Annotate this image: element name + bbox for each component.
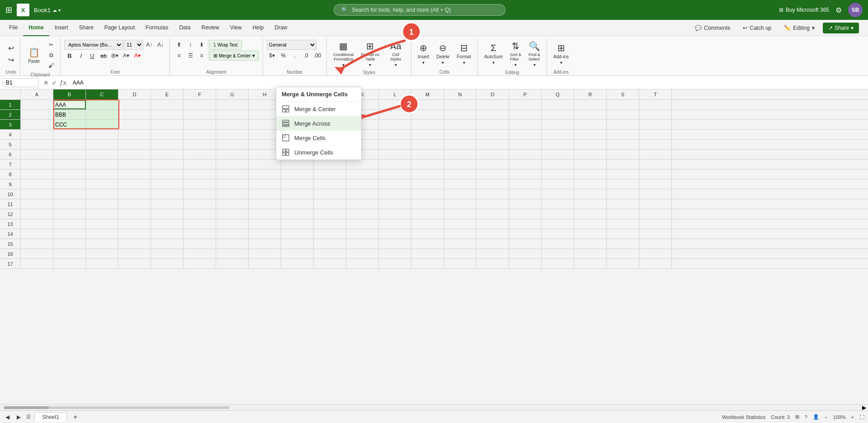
cell-m8[interactable] bbox=[411, 169, 444, 179]
cell-e12[interactable] bbox=[151, 209, 184, 219]
cell-a9[interactable] bbox=[21, 179, 53, 189]
cell-d7[interactable] bbox=[118, 160, 151, 169]
cell-t4[interactable] bbox=[639, 130, 672, 139]
increase-font-button[interactable]: A↑ bbox=[144, 40, 155, 50]
insert-cells-button[interactable]: ⊕ Insert ▾ bbox=[415, 42, 432, 66]
cell-b12[interactable] bbox=[53, 209, 86, 219]
cell-e8[interactable] bbox=[151, 169, 184, 179]
cell-s7[interactable] bbox=[607, 160, 639, 169]
borders-button[interactable]: ⊞▾ bbox=[109, 51, 120, 61]
cell-d11[interactable] bbox=[118, 199, 151, 209]
cell-t12[interactable] bbox=[639, 209, 672, 219]
cell-g16[interactable] bbox=[216, 249, 249, 258]
cell-j13[interactable] bbox=[314, 219, 346, 229]
cell-c17[interactable] bbox=[86, 259, 118, 268]
cell-f9[interactable] bbox=[184, 179, 216, 189]
cell-n1[interactable] bbox=[444, 100, 476, 109]
cell-o5[interactable] bbox=[476, 140, 509, 149]
scroll-track[interactable] bbox=[4, 406, 230, 409]
tab-insert[interactable]: Insert bbox=[49, 20, 74, 36]
cell-r16[interactable] bbox=[574, 249, 607, 258]
cell-q6[interactable] bbox=[542, 150, 574, 159]
cut-button[interactable]: ✂ bbox=[46, 40, 57, 50]
cell-o6[interactable] bbox=[476, 150, 509, 159]
cell-a14[interactable] bbox=[21, 229, 53, 239]
cell-r5[interactable] bbox=[574, 140, 607, 149]
cell-m13[interactable] bbox=[411, 219, 444, 229]
cell-f17[interactable] bbox=[184, 259, 216, 268]
cell-s11[interactable] bbox=[607, 199, 639, 209]
cell-t9[interactable] bbox=[639, 179, 672, 189]
decrease-decimal-button[interactable]: .00 bbox=[312, 51, 323, 61]
cell-h12[interactable] bbox=[249, 209, 281, 219]
cell-e4[interactable] bbox=[151, 130, 184, 139]
row-header-9[interactable]: 9 bbox=[0, 179, 21, 189]
cell-p9[interactable] bbox=[509, 179, 542, 189]
cell-q1[interactable] bbox=[542, 100, 574, 109]
cell-p4[interactable] bbox=[509, 130, 542, 139]
cell-q14[interactable] bbox=[542, 229, 574, 239]
cell-g7[interactable] bbox=[216, 160, 249, 169]
cell-d17[interactable] bbox=[118, 259, 151, 268]
cell-g15[interactable] bbox=[216, 239, 249, 249]
cell-o14[interactable] bbox=[476, 229, 509, 239]
cell-k16[interactable] bbox=[346, 249, 379, 258]
add-sheet-button[interactable]: + bbox=[71, 413, 80, 421]
cell-e1[interactable] bbox=[151, 100, 184, 109]
cell-d9[interactable] bbox=[118, 179, 151, 189]
row-header-11[interactable]: 11 bbox=[0, 199, 21, 209]
cell-q11[interactable] bbox=[542, 199, 574, 209]
cell-f6[interactable] bbox=[184, 150, 216, 159]
cell-t13[interactable] bbox=[639, 219, 672, 229]
cell-n13[interactable] bbox=[444, 219, 476, 229]
row-header-3[interactable]: 3 bbox=[0, 120, 21, 129]
cell-j15[interactable] bbox=[314, 239, 346, 249]
cell-f3[interactable] bbox=[184, 120, 216, 129]
cell-l12[interactable] bbox=[379, 209, 411, 219]
catch-up-button[interactable]: ↩ Catch up bbox=[738, 23, 776, 33]
font-name-select[interactable]: Aptos Narrow (Bo... bbox=[64, 40, 123, 50]
cell-f7[interactable] bbox=[184, 160, 216, 169]
cell-t7[interactable] bbox=[639, 160, 672, 169]
cell-j8[interactable] bbox=[314, 169, 346, 179]
cell-t10[interactable] bbox=[639, 189, 672, 199]
cell-b10[interactable] bbox=[53, 189, 86, 199]
cell-s9[interactable] bbox=[607, 179, 639, 189]
cell-p6[interactable] bbox=[509, 150, 542, 159]
cell-j12[interactable] bbox=[314, 209, 346, 219]
cell-b9[interactable] bbox=[53, 179, 86, 189]
cell-k17[interactable] bbox=[346, 259, 379, 268]
cell-s10[interactable] bbox=[607, 189, 639, 199]
cell-q7[interactable] bbox=[542, 160, 574, 169]
cell-e2[interactable] bbox=[151, 110, 184, 119]
row-header-15[interactable]: 15 bbox=[0, 239, 21, 249]
cell-k13[interactable] bbox=[346, 219, 379, 229]
tab-review[interactable]: Review bbox=[196, 20, 225, 36]
cell-q2[interactable] bbox=[542, 110, 574, 119]
cell-r15[interactable] bbox=[574, 239, 607, 249]
cell-g9[interactable] bbox=[216, 179, 249, 189]
cell-l11[interactable] bbox=[379, 199, 411, 209]
cell-s8[interactable] bbox=[607, 169, 639, 179]
cell-d6[interactable] bbox=[118, 150, 151, 159]
cell-j11[interactable] bbox=[314, 199, 346, 209]
cell-a12[interactable] bbox=[21, 209, 53, 219]
cell-l1[interactable] bbox=[379, 100, 411, 109]
row-header-7[interactable]: 7 bbox=[0, 160, 21, 169]
cell-i17[interactable] bbox=[281, 259, 314, 268]
cell-t15[interactable] bbox=[639, 239, 672, 249]
cell-h11[interactable] bbox=[249, 199, 281, 209]
cell-f1[interactable] bbox=[184, 100, 216, 109]
cell-q17[interactable] bbox=[542, 259, 574, 268]
share-button[interactable]: ↗ Share ▾ bbox=[823, 23, 859, 33]
format-painter-button[interactable]: 🖌 bbox=[46, 61, 57, 70]
cell-g4[interactable] bbox=[216, 130, 249, 139]
cell-c12[interactable] bbox=[86, 209, 118, 219]
editing-button[interactable]: ✏️ Editing ▾ bbox=[779, 23, 819, 33]
cell-m17[interactable] bbox=[411, 259, 444, 268]
cell-q16[interactable] bbox=[542, 249, 574, 258]
cell-j14[interactable] bbox=[314, 229, 346, 239]
cell-n4[interactable] bbox=[444, 130, 476, 139]
cell-q3[interactable] bbox=[542, 120, 574, 129]
col-header-g[interactable]: G bbox=[216, 89, 249, 99]
